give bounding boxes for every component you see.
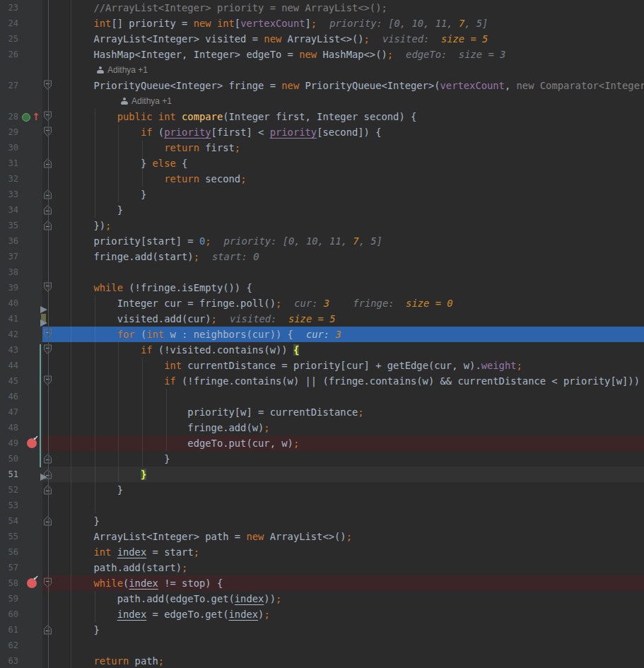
line-number[interactable]: 33 xyxy=(0,189,18,199)
line-number[interactable]: 39 xyxy=(0,283,18,293)
line-number[interactable]: 47 xyxy=(0,407,18,417)
breakpoint-icon[interactable]: ✔ xyxy=(27,438,37,448)
code-line[interactable]: 37 fringe.add(start);start: 0 xyxy=(0,249,644,264)
breakpoint-icon[interactable]: ✔ xyxy=(27,578,37,588)
code-text: //ArrayList<Integer> priority = new Arra… xyxy=(47,0,387,16)
code-line[interactable]: 32 return second; xyxy=(0,171,644,187)
code-line[interactable]: 48 fringe.add(w); xyxy=(0,420,644,435)
line-number[interactable]: 28 xyxy=(0,112,18,122)
code-author-inlay[interactable]: Adithya +1 xyxy=(97,62,148,78)
line-number[interactable]: 26 xyxy=(0,49,18,59)
code-line[interactable]: 47 priority[w] = currentDistance; xyxy=(0,404,644,420)
code-line[interactable]: 35 }); xyxy=(0,218,644,233)
debugger-inline-hint[interactable]: visited: size = 5 xyxy=(230,313,336,324)
code-line[interactable]: 55 ArrayList<Integer> path = new ArrayLi… xyxy=(0,529,644,544)
code-line[interactable]: 34 } xyxy=(0,202,644,218)
code-line[interactable]: 46 xyxy=(0,389,644,404)
code-line[interactable]: 53 xyxy=(0,498,644,513)
line-number[interactable]: 62 xyxy=(0,640,18,650)
line-number[interactable]: 58 xyxy=(0,578,18,588)
debugger-inline-hint[interactable]: cur: 3 fringe: size = 0 xyxy=(294,298,452,309)
line-number[interactable]: 23 xyxy=(0,3,18,13)
line-number[interactable]: 61 xyxy=(0,625,18,635)
code-line[interactable]: 31 } else { xyxy=(0,156,644,171)
override-method-icon[interactable] xyxy=(22,113,30,122)
code-line[interactable]: 40 Integer cur = fringe.poll();cur: 3 fr… xyxy=(0,295,644,311)
code-text: } else { xyxy=(47,156,187,171)
line-number[interactable]: 42 xyxy=(0,329,18,339)
code-line[interactable]: 54 } xyxy=(0,513,644,529)
code-line[interactable]: 50 } xyxy=(0,451,644,467)
code-line[interactable]: 36 priority[start] = 0;priority: [0, 10,… xyxy=(0,233,644,249)
code-line[interactable]: 30 return first; xyxy=(0,140,644,156)
line-number[interactable]: 55 xyxy=(0,532,18,541)
code-author-inlay[interactable]: Adithya +1 xyxy=(121,93,172,109)
code-line[interactable]: 39 while (!fringe.isEmpty()) { xyxy=(0,280,644,295)
code-line[interactable]: 27 PriorityQueue<Integer> fringe = new P… xyxy=(0,78,644,93)
code-line[interactable]: 24 int[] priority = new int[vertexCount]… xyxy=(0,16,644,31)
line-number[interactable]: 43 xyxy=(0,345,18,355)
line-number[interactable]: 53 xyxy=(0,500,18,510)
code-line[interactable]: 25 ArrayList<Integer> visited = new Arra… xyxy=(0,31,644,47)
debugger-inline-hint[interactable]: start: 0 xyxy=(212,251,259,262)
line-number[interactable]: 46 xyxy=(0,392,18,402)
line-number[interactable]: 52 xyxy=(0,485,18,495)
code-line[interactable]: 51 } xyxy=(0,467,644,482)
line-number[interactable]: 30 xyxy=(0,143,18,153)
line-number[interactable]: 63 xyxy=(0,656,18,666)
line-number[interactable]: 38 xyxy=(0,267,18,277)
code-line[interactable]: 52 } xyxy=(0,482,644,498)
line-number[interactable]: 40 xyxy=(0,298,18,308)
debugger-inline-hint[interactable]: priority: [0, 10, 11, 7, 5] xyxy=(224,235,382,247)
line-number[interactable]: 59 xyxy=(0,594,18,604)
code-line[interactable]: 43 if (!visited.contains(w)) { xyxy=(0,342,644,358)
line-number[interactable]: 32 xyxy=(0,174,18,184)
line-number[interactable]: 41 xyxy=(0,314,18,324)
code-line[interactable]: 29 if (priority[first] < priority[second… xyxy=(0,124,644,140)
debugger-inline-hint[interactable]: edgeTo: size = 3 xyxy=(406,49,505,60)
code-line[interactable]: 62 xyxy=(0,638,644,653)
code-line[interactable]: 42 for (int w : neighbors(cur)) {cur: 3 xyxy=(0,327,644,342)
line-number[interactable]: 44 xyxy=(0,361,18,370)
line-number[interactable]: 57 xyxy=(0,563,18,573)
indent-guide xyxy=(71,0,71,668)
code-line[interactable]: 59 path.add(edgeTo.get(index)); xyxy=(0,591,644,607)
line-number[interactable]: 54 xyxy=(0,516,18,526)
line-number[interactable]: 50 xyxy=(0,454,18,464)
code-line[interactable]: 33 } xyxy=(0,187,644,202)
line-number[interactable]: 35 xyxy=(0,221,18,230)
code-line[interactable]: 61 } xyxy=(0,622,644,638)
line-number[interactable]: 34 xyxy=(0,205,18,215)
overrides-arrow-icon[interactable]: ↑ xyxy=(32,110,40,123)
code-line[interactable]: 38 xyxy=(0,264,644,280)
line-number[interactable]: 56 xyxy=(0,547,18,557)
code-line[interactable]: 26 HashMap<Integer, Integer> edgeTo = ne… xyxy=(0,47,644,62)
line-number[interactable]: 36 xyxy=(0,236,18,246)
debugger-inline-hint[interactable]: priority: [0, 10, 11, 7, 5] xyxy=(329,18,488,29)
line-number[interactable]: 48 xyxy=(0,423,18,433)
line-number[interactable]: 37 xyxy=(0,252,18,262)
code-line[interactable]: 41 visited.add(cur);visited: size = 5 xyxy=(0,311,644,327)
code-line[interactable]: 58✔ while(index != stop) { xyxy=(0,575,644,591)
line-number[interactable]: 51 xyxy=(0,469,18,479)
debugger-inline-hint[interactable]: visited: size = 5 xyxy=(382,33,488,45)
code-line[interactable]: 45 if (!fringe.contains(w) || (fringe.co… xyxy=(0,373,644,389)
line-number[interactable]: 45 xyxy=(0,376,18,386)
code-line[interactable]: 44 int currentDistance = priority[cur] +… xyxy=(0,358,644,373)
code-line[interactable]: 63 return path; xyxy=(0,653,644,668)
line-number[interactable]: 31 xyxy=(0,158,18,168)
debugger-inline-hint[interactable]: cur: 3 xyxy=(306,329,341,340)
code-line[interactable]: 57 path.add(start); xyxy=(0,560,644,575)
line-number[interactable]: 29 xyxy=(0,127,18,137)
code-line[interactable]: 49✔ edgeTo.put(cur, w); xyxy=(0,435,644,451)
line-number[interactable]: 25 xyxy=(0,34,18,44)
inlay-row: Adithya +1 xyxy=(0,62,644,78)
line-number[interactable]: 60 xyxy=(0,609,18,619)
code-line[interactable]: 23 //ArrayList<Integer> priority = new A… xyxy=(0,0,644,16)
line-number[interactable]: 24 xyxy=(0,18,18,28)
code-line[interactable]: 28↑ public int compare(Integer first, In… xyxy=(0,109,644,124)
code-line[interactable]: 56 int index = start; xyxy=(0,544,644,560)
line-number[interactable]: 27 xyxy=(0,81,18,90)
line-number[interactable]: 49 xyxy=(0,438,18,448)
code-line[interactable]: 60 index = edgeTo.get(index); xyxy=(0,607,644,622)
